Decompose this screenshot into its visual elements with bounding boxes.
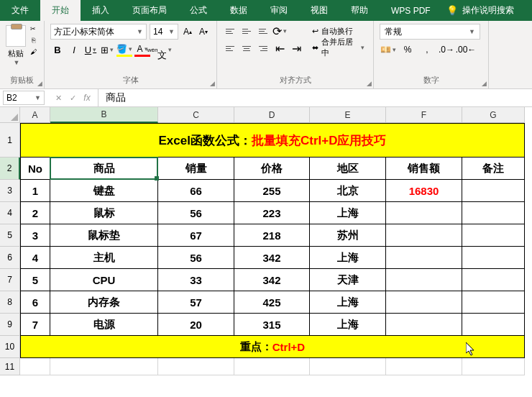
phonetic-button[interactable]: wén文▾	[152, 42, 167, 57]
data-cell[interactable]: 7	[20, 314, 50, 336]
accounting-format-button[interactable]: 💴▾	[380, 42, 397, 57]
select-all-button[interactable]	[0, 107, 20, 123]
header-备注[interactable]: 备注	[462, 158, 525, 180]
align-right-button[interactable]	[256, 41, 270, 55]
column-header-D[interactable]: D	[234, 107, 310, 123]
cell[interactable]	[234, 358, 310, 375]
alignment-dialog-launcher[interactable]: ◢	[367, 80, 372, 87]
bold-button[interactable]: B	[50, 42, 65, 57]
header-销量[interactable]: 销量	[158, 158, 234, 180]
increase-indent-button[interactable]: ⇥	[289, 41, 303, 55]
column-header-F[interactable]: F	[386, 107, 462, 123]
data-cell[interactable]: 北京	[310, 180, 386, 202]
comma-button[interactable]: ,	[418, 42, 436, 57]
data-cell[interactable]: 6	[20, 291, 50, 314]
data-cell[interactable]: 20	[158, 314, 234, 336]
align-middle-button[interactable]	[239, 24, 254, 38]
data-cell[interactable]: 上海	[310, 247, 386, 269]
data-cell[interactable]	[462, 291, 525, 314]
orientation-button[interactable]: ⟳▾	[272, 24, 287, 38]
data-cell[interactable]: 67	[158, 224, 234, 247]
row-header-10[interactable]: 10	[0, 336, 20, 358]
data-cell[interactable]: 苏州	[310, 224, 386, 247]
data-cell[interactable]	[462, 224, 525, 247]
data-cell[interactable]: 66	[158, 180, 234, 202]
wrap-text-button[interactable]: ↩自动换行	[309, 24, 367, 38]
data-cell[interactable]: 342	[234, 269, 310, 291]
number-format-select[interactable]: 常规▼	[380, 24, 480, 40]
enter-button[interactable]: ✓	[66, 93, 79, 103]
clipboard-dialog-launcher[interactable]: ◢	[37, 80, 42, 87]
decrease-decimal-button[interactable]: .00←	[457, 42, 474, 57]
data-cell[interactable]: 5	[20, 269, 50, 291]
column-header-C[interactable]: C	[158, 107, 234, 123]
name-box[interactable]: B2▼	[3, 91, 45, 105]
increase-decimal-button[interactable]: .0→	[438, 42, 455, 57]
merge-center-button[interactable]: ⬌合并后居中▾	[309, 40, 367, 55]
format-painter-button[interactable]: 🖌	[27, 47, 39, 57]
data-cell[interactable]	[386, 291, 462, 314]
cut-button[interactable]: ✂	[27, 24, 39, 34]
align-left-button[interactable]	[223, 41, 237, 55]
data-cell[interactable]: 电源	[50, 314, 158, 336]
decrease-font-button[interactable]: A▾	[197, 24, 210, 40]
data-cell[interactable]: 2	[20, 202, 50, 224]
align-top-button[interactable]	[223, 24, 237, 38]
data-cell[interactable]: 3	[20, 224, 50, 247]
tab-layout[interactable]: 页面布局	[121, 0, 178, 21]
row-header-8[interactable]: 8	[0, 291, 20, 314]
row-header-9[interactable]: 9	[0, 314, 20, 336]
data-cell[interactable]: 天津	[310, 269, 386, 291]
row-header-3[interactable]: 3	[0, 180, 20, 202]
data-cell[interactable]: 223	[234, 202, 310, 224]
bottom-title-cell[interactable]: 重点：Ctrl+D	[20, 336, 525, 358]
tab-wpspdf[interactable]: WPS PDF	[380, 0, 442, 21]
data-cell[interactable]: 425	[234, 291, 310, 314]
row-header-6[interactable]: 6	[0, 247, 20, 269]
data-cell[interactable]: 342	[234, 247, 310, 269]
row-header-7[interactable]: 7	[0, 269, 20, 291]
cell[interactable]	[310, 358, 386, 375]
title-cell[interactable]: Excel函数公式：批量填充Ctrl+D应用技巧	[20, 123, 525, 158]
tell-me-search[interactable]: 操作说明搜索	[462, 4, 514, 17]
cell[interactable]	[386, 358, 462, 375]
data-cell[interactable]	[386, 202, 462, 224]
row-header-11[interactable]: 11	[0, 358, 20, 375]
formula-input[interactable]: 商品	[98, 89, 532, 106]
tab-home[interactable]: 开始	[40, 0, 81, 21]
data-cell[interactable]: 键盘	[50, 180, 158, 202]
align-center-button[interactable]	[239, 41, 254, 55]
data-cell[interactable]: 16830	[386, 180, 462, 202]
data-cell[interactable]	[462, 180, 525, 202]
copy-button[interactable]: ⎘	[27, 35, 39, 45]
cell[interactable]	[20, 358, 50, 375]
header-销售额[interactable]: 销售额	[386, 158, 462, 180]
data-cell[interactable]	[386, 314, 462, 336]
row-header-1[interactable]: 1	[0, 123, 20, 158]
data-cell[interactable]: 上海	[310, 202, 386, 224]
column-header-A[interactable]: A	[20, 107, 50, 123]
column-header-E[interactable]: E	[310, 107, 386, 123]
row-header-4[interactable]: 4	[0, 202, 20, 224]
data-cell[interactable]	[462, 202, 525, 224]
underline-button[interactable]: U▾	[83, 42, 98, 57]
fill-color-button[interactable]: 🪣▾	[116, 42, 132, 57]
data-cell[interactable]	[386, 247, 462, 269]
header-价格[interactable]: 价格	[234, 158, 310, 180]
percent-button[interactable]: %	[399, 42, 416, 57]
header-地区[interactable]: 地区	[310, 158, 386, 180]
data-cell[interactable]	[386, 224, 462, 247]
data-cell[interactable]: 主机	[50, 247, 158, 269]
number-dialog-launcher[interactable]: ◢	[482, 80, 487, 87]
row-header-2[interactable]: 2	[0, 158, 20, 180]
tab-view[interactable]: 视图	[299, 0, 339, 21]
data-cell[interactable]: 56	[158, 202, 234, 224]
tab-help[interactable]: 帮助	[339, 0, 380, 21]
data-cell[interactable]	[462, 247, 525, 269]
cell[interactable]	[462, 358, 525, 375]
paste-button[interactable]: 粘贴 ▼	[6, 24, 26, 66]
cell[interactable]	[50, 358, 158, 375]
tab-review[interactable]: 审阅	[259, 0, 299, 21]
data-cell[interactable]: 鼠标垫	[50, 224, 158, 247]
data-cell[interactable]: 56	[158, 247, 234, 269]
